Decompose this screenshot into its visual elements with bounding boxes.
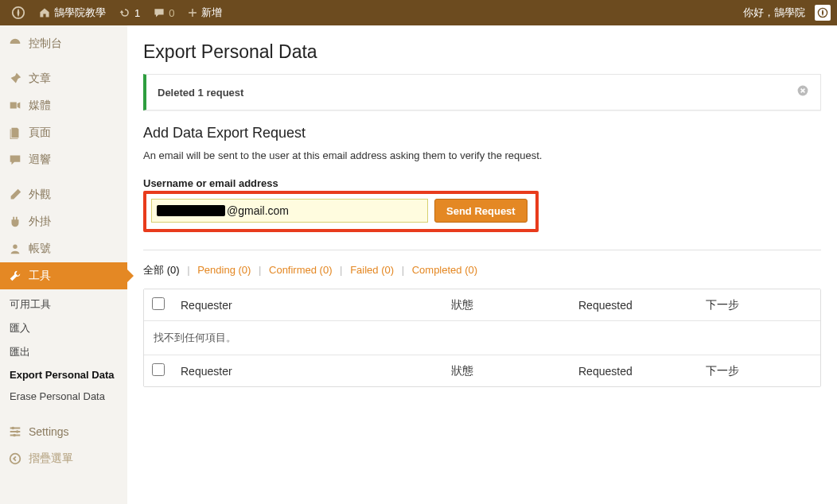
dashboard-icon xyxy=(8,37,22,51)
sidebar-item-settings[interactable]: Settings xyxy=(0,418,127,445)
sidebar-item-plugins[interactable]: 外掛 xyxy=(0,208,127,235)
plugin-icon xyxy=(8,215,22,229)
sidebar-item-comments[interactable]: 迴響 xyxy=(0,146,127,173)
request-form-highlight: @gmail.com Send Request xyxy=(143,191,539,232)
email-input[interactable]: @gmail.com xyxy=(151,199,428,223)
col-requested[interactable]: Requested xyxy=(570,289,698,321)
dismiss-notice-button[interactable] xyxy=(796,84,809,100)
site-home-link[interactable]: 鵠學院教學 xyxy=(33,0,111,25)
new-content-link[interactable]: 新增 xyxy=(182,0,227,25)
tools-submenu: 可用工具 匯入 匯出 Export Personal Data Erase Pe… xyxy=(0,289,127,410)
notice-text: Deleted 1 request xyxy=(158,87,243,99)
col-requested-foot[interactable]: Requested xyxy=(570,355,698,386)
redacted-email-local xyxy=(157,205,225,216)
requests-table: Requester 狀態 Requested 下一步 找不到任何項目。 Requ… xyxy=(143,289,821,387)
comment-icon xyxy=(8,153,22,167)
admin-topbar: 鵠學院教學 1 0 新增 你好，鵠學院 xyxy=(0,0,837,25)
wp-logo[interactable] xyxy=(6,0,30,25)
sub-item-available-tools[interactable]: 可用工具 xyxy=(0,293,127,316)
sub-item-erase-personal-data[interactable]: Erase Personal Data xyxy=(0,386,127,407)
col-next[interactable]: 下一步 xyxy=(698,289,820,321)
updates-link[interactable]: 1 xyxy=(114,0,145,25)
sidebar-item-appearance[interactable]: 外觀 xyxy=(0,181,127,208)
sub-item-export-personal-data[interactable]: Export Personal Data xyxy=(0,364,127,386)
select-all-top[interactable] xyxy=(152,297,165,310)
section-title: Add Data Export Request xyxy=(143,125,821,142)
user-icon xyxy=(8,242,22,256)
comments-link[interactable]: 0 xyxy=(148,0,179,25)
sidebar-item-users[interactable]: 帳號 xyxy=(0,235,127,262)
page-title: Export Personal Data xyxy=(143,32,821,74)
greeting[interactable]: 你好，鵠學院 xyxy=(738,0,810,25)
col-requester[interactable]: Requester xyxy=(173,289,443,321)
col-requester-foot[interactable]: Requester xyxy=(173,355,443,386)
wrench-icon xyxy=(8,269,22,283)
table-footer-row: Requester 狀態 Requested 下一步 xyxy=(144,355,820,386)
status-filters: 全部 (0) | Pending (0) | Confirmed (0) | F… xyxy=(143,263,821,277)
sub-item-export[interactable]: 匯出 xyxy=(0,340,127,364)
svg-point-4 xyxy=(16,430,19,433)
sliders-icon xyxy=(8,425,22,439)
sidebar-item-pages[interactable]: 頁面 xyxy=(0,119,127,146)
sidebar-item-media[interactable]: 媒體 xyxy=(0,92,127,119)
sidebar-item-posts[interactable]: 文章 xyxy=(0,65,127,92)
updates-count: 1 xyxy=(134,7,140,19)
close-icon xyxy=(796,84,809,97)
success-notice: Deleted 1 request xyxy=(143,74,821,110)
sub-item-import[interactable]: 匯入 xyxy=(0,316,127,340)
col-next-foot[interactable]: 下一步 xyxy=(698,355,820,386)
svg-point-5 xyxy=(13,434,16,437)
sidebar-item-dashboard[interactable]: 控制台 xyxy=(0,30,127,57)
collapse-icon xyxy=(8,452,22,466)
svg-point-2 xyxy=(13,245,17,249)
comments-count: 0 xyxy=(169,7,174,19)
svg-point-3 xyxy=(12,427,15,430)
admin-sidebar: 控制台 文章 媒體 頁面 迴響 外觀 外掛 帳號 xyxy=(0,25,127,504)
send-request-button[interactable]: Send Request xyxy=(434,199,528,223)
filter-confirmed[interactable]: Confirmed (0) xyxy=(269,264,332,276)
col-status[interactable]: 狀態 xyxy=(443,289,570,321)
sidebar-collapse[interactable]: 摺疊選單 xyxy=(0,445,127,472)
col-status-foot[interactable]: 狀態 xyxy=(443,355,570,386)
media-icon xyxy=(8,99,22,113)
site-name: 鵠學院教學 xyxy=(54,6,106,20)
filter-completed[interactable]: Completed (0) xyxy=(412,264,477,276)
divider xyxy=(143,250,821,250)
pin-icon xyxy=(8,72,22,86)
avatar[interactable] xyxy=(815,5,831,21)
page-icon xyxy=(8,126,22,140)
filter-pending[interactable]: Pending (0) xyxy=(197,264,251,276)
table-header-row: Requester 狀態 Requested 下一步 xyxy=(144,289,820,321)
filter-all[interactable]: 全部 (0) xyxy=(143,264,180,276)
section-description: An email will be sent to the user at thi… xyxy=(143,149,821,161)
email-field-label: Username or email address xyxy=(143,177,821,189)
empty-message: 找不到任何項目。 xyxy=(144,321,820,355)
brush-icon xyxy=(8,188,22,202)
new-label: 新增 xyxy=(201,6,222,20)
table-empty-row: 找不到任何項目。 xyxy=(144,321,820,355)
filter-failed[interactable]: Failed (0) xyxy=(350,264,394,276)
sidebar-item-tools[interactable]: 工具 xyxy=(0,262,127,289)
main-content: Export Personal Data Deleted 1 request A… xyxy=(127,25,837,504)
select-all-bottom[interactable] xyxy=(152,363,165,376)
svg-point-6 xyxy=(10,454,21,464)
